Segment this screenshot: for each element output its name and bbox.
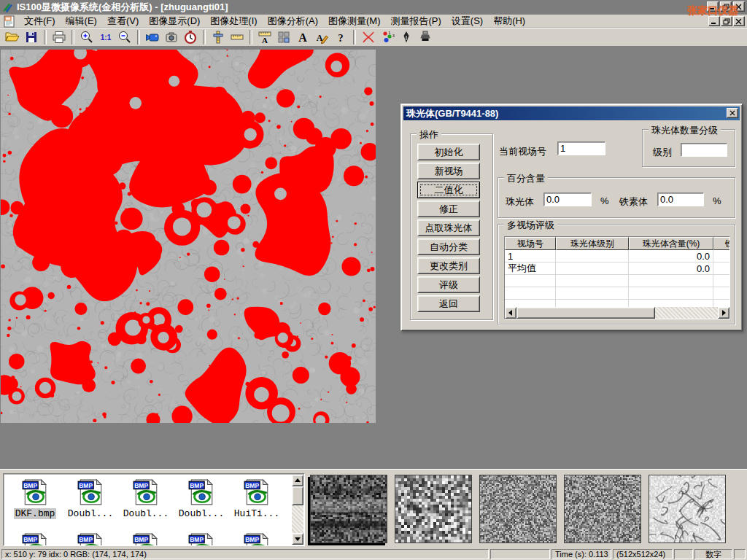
merge-icon[interactable] bbox=[274, 29, 293, 45]
menu-image-processing[interactable]: 图像处理(I) bbox=[205, 14, 262, 28]
pick-pearlite-button[interactable]: 点取珠光体 bbox=[417, 219, 480, 236]
rating-table: 视场号 珠光体级别 珠光体含量(%) 铁素体含量(%) 1 0.0 平均值 bbox=[504, 236, 730, 319]
timer-icon[interactable] bbox=[181, 29, 200, 45]
help-icon[interactable]: ? bbox=[331, 29, 350, 45]
file-item[interactable]: BMP bbox=[230, 532, 284, 546]
scrollbar-track[interactable] bbox=[655, 307, 718, 319]
micrograph-image[interactable] bbox=[1, 50, 376, 423]
file-name[interactable]: HuiTi... bbox=[233, 508, 281, 519]
table-horizontal-scrollbar[interactable] bbox=[505, 307, 729, 319]
measure-text-icon[interactable]: A bbox=[255, 29, 274, 45]
ruler-icon[interactable] bbox=[228, 29, 247, 45]
operations-group-label: 操作 bbox=[417, 128, 441, 141]
col-pearlite-content[interactable]: 珠光体含量(%) bbox=[629, 237, 713, 250]
annotate-icon[interactable]: A bbox=[312, 29, 331, 45]
new-field-button[interactable]: 新视场 bbox=[417, 163, 480, 179]
file-item[interactable]: BMP DKF.bmp bbox=[8, 478, 62, 519]
file-item[interactable]: BMP bbox=[63, 532, 117, 546]
status-bar: x: 510 y: 79 idx: 0 RGB: (174, 174, 174)… bbox=[0, 548, 747, 560]
minimize-button[interactable] bbox=[707, 1, 719, 12]
file-name[interactable]: Doubl... bbox=[177, 508, 225, 519]
binarize-button[interactable]: 二值化 bbox=[417, 182, 480, 198]
table-row[interactable]: 平均值 0.0 bbox=[505, 262, 729, 275]
menu-image-analysis[interactable]: 图像分析(A) bbox=[263, 14, 323, 28]
table-row[interactable]: 1 0.0 bbox=[505, 250, 729, 262]
col-ferrite-content[interactable]: 铁素体含量(%) bbox=[713, 237, 730, 250]
thumbnail-2[interactable] bbox=[395, 475, 472, 543]
svg-text:BMP: BMP bbox=[245, 482, 259, 489]
scroll-down-icon[interactable] bbox=[292, 533, 303, 545]
brush-icon[interactable] bbox=[416, 29, 435, 45]
svg-text:A: A bbox=[262, 36, 268, 44]
bmp-file-icon: BMP bbox=[21, 478, 49, 506]
dialog-title-bar[interactable]: 珠光体(GB/T9441-88) bbox=[403, 106, 740, 120]
print-icon[interactable] bbox=[50, 29, 69, 45]
zoom-in-icon[interactable] bbox=[77, 29, 96, 45]
text-icon[interactable]: A bbox=[293, 29, 312, 45]
thumbnail-5[interactable] bbox=[649, 475, 726, 543]
thumbnail-3[interactable] bbox=[479, 475, 557, 543]
file-name[interactable]: Doubl... bbox=[66, 508, 115, 519]
scroll-left-icon[interactable] bbox=[505, 307, 516, 319]
auto-classify-button[interactable]: 自动分类 bbox=[417, 238, 480, 255]
return-button[interactable]: 返回 bbox=[417, 295, 480, 312]
caliper-icon[interactable] bbox=[209, 29, 228, 45]
menu-view[interactable]: 查看(V) bbox=[102, 14, 144, 28]
init-button[interactable]: 初始化 bbox=[417, 144, 480, 160]
curve-erase-icon[interactable] bbox=[359, 29, 378, 45]
scroll-up-icon[interactable] bbox=[292, 475, 303, 486]
pearlite-percent-input[interactable] bbox=[543, 192, 592, 206]
ferrite-percent-input[interactable] bbox=[657, 192, 704, 206]
file-item[interactable]: BMP bbox=[174, 532, 228, 546]
mdi-restore-button[interactable] bbox=[721, 16, 732, 26]
file-item[interactable]: BMP bbox=[8, 532, 62, 546]
mdi-close-button[interactable] bbox=[733, 16, 745, 26]
file-item[interactable]: BMP HuiTi... bbox=[230, 478, 284, 519]
scrollbar-thumb[interactable] bbox=[292, 486, 303, 505]
file-item[interactable]: BMP Doubl... bbox=[174, 478, 228, 519]
cell-ferrite-content bbox=[713, 250, 730, 262]
col-field-no[interactable]: 视场号 bbox=[505, 237, 556, 250]
file-name[interactable]: Doubl... bbox=[122, 508, 170, 519]
grade-input[interactable] bbox=[681, 143, 727, 157]
file-browser: BMP DKF.bmp BMP Doubl... BMP Doubl... BM… bbox=[3, 473, 305, 546]
video-capture-icon[interactable] bbox=[143, 29, 162, 45]
open-icon[interactable] bbox=[3, 29, 22, 45]
scrollbar-thumb[interactable] bbox=[516, 307, 655, 319]
scroll-right-icon[interactable] bbox=[718, 307, 729, 319]
restore-button[interactable] bbox=[720, 1, 732, 12]
menu-help[interactable]: 帮助(H) bbox=[488, 14, 530, 28]
file-item[interactable]: BMP Doubl... bbox=[63, 478, 117, 519]
current-view-input[interactable] bbox=[557, 141, 605, 155]
svg-text:BMP: BMP bbox=[79, 536, 93, 543]
menu-image-measure[interactable]: 图像测量(M) bbox=[323, 14, 386, 28]
col-pearlite-grade[interactable]: 珠光体级别 bbox=[556, 237, 629, 250]
pen-icon[interactable] bbox=[397, 29, 416, 45]
status-empty bbox=[490, 549, 550, 559]
mdi-minimize-button[interactable] bbox=[708, 16, 720, 26]
window-title: IS100显微摄像系统(金相分析版) - [zhuguangti01] bbox=[17, 1, 228, 14]
file-item[interactable]: BMP bbox=[119, 532, 173, 546]
menu-file[interactable]: 文件(F) bbox=[19, 14, 61, 28]
correct-button[interactable]: 修正 bbox=[417, 201, 480, 217]
actual-size-icon[interactable]: 1:1 bbox=[96, 29, 115, 45]
zoom-out-icon[interactable] bbox=[115, 29, 134, 45]
menu-image-display[interactable]: 图像显示(D) bbox=[144, 14, 205, 28]
thumbnail-4[interactable] bbox=[564, 475, 641, 543]
menu-edit[interactable]: 编辑(E) bbox=[61, 14, 102, 28]
save-icon[interactable] bbox=[22, 29, 41, 45]
change-class-button[interactable]: 更改类别 bbox=[417, 257, 480, 274]
grade-group: 珠光体数量分级 级别 bbox=[642, 129, 735, 167]
file-item[interactable]: BMP Doubl... bbox=[119, 478, 173, 519]
dialog-close-button[interactable] bbox=[727, 108, 738, 118]
file-name[interactable]: DKF.bmp bbox=[14, 508, 57, 519]
menu-settings[interactable]: 设置(S) bbox=[446, 14, 488, 28]
file-browser-scrollbar[interactable] bbox=[292, 475, 303, 545]
rate-button[interactable]: 评级 bbox=[417, 276, 480, 293]
menu-measure-report[interactable]: 测量报告(P) bbox=[385, 14, 446, 28]
snapshot-icon[interactable] bbox=[162, 29, 181, 45]
thumbnail-1[interactable] bbox=[310, 475, 387, 543]
classify-icon[interactable]: 13 bbox=[378, 29, 397, 45]
svg-text:BMP: BMP bbox=[134, 482, 148, 489]
close-button[interactable] bbox=[733, 1, 745, 12]
